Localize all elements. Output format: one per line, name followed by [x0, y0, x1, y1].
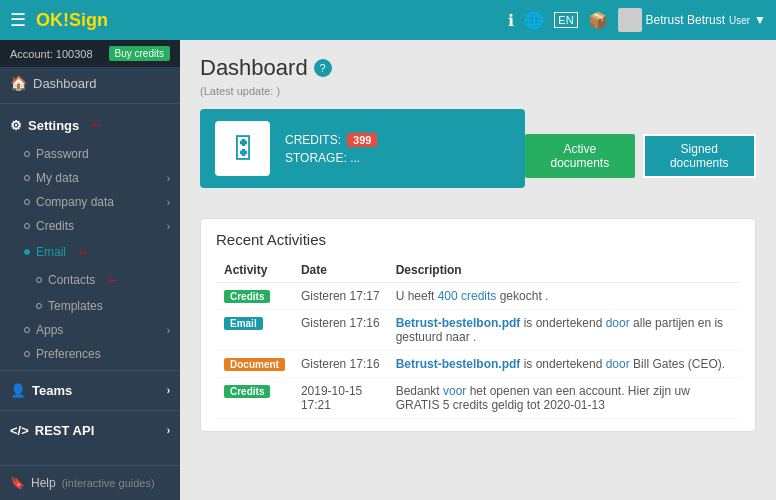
table-row: Credits Gisteren 17:17 U heeft 400 credi… — [216, 283, 740, 310]
sidebar-sub-companydata-label: Company data — [36, 195, 114, 209]
desc-link[interactable]: 400 credits — [438, 289, 497, 303]
dashboard-icon: 🏠 — [10, 75, 27, 91]
table-row: Document Gisteren 17:16 Betrust-bestelbo… — [216, 351, 740, 378]
sidebar-sub-preferences[interactable]: Preferences — [0, 342, 180, 366]
sidebar-sub-preferences-label: Preferences — [36, 347, 101, 361]
sidebar-sub-credits-label: Credits — [36, 219, 74, 233]
latest-update: (Latest update: ) — [200, 85, 756, 97]
activity-tag-cell: Document — [216, 351, 293, 378]
sidebar-sub-contacts[interactable]: Contacts ← — [0, 266, 180, 294]
col-date: Date — [293, 258, 388, 283]
desc-link[interactable]: Betrust-bestelbon.pdf — [396, 357, 521, 371]
chevron-down-icon: ▼ — [754, 13, 766, 27]
sidebar-sub-credits[interactable]: Credits › — [0, 214, 180, 238]
activities-table: Activity Date Description Credits Gister… — [216, 258, 740, 419]
logo-sign: !Sign — [63, 10, 108, 30]
dot-icon — [24, 199, 30, 205]
dot-icon — [24, 351, 30, 357]
storage-label: STORAGE: — [285, 151, 347, 165]
page-title: Dashboard ? — [200, 55, 756, 81]
sidebar-sub-mydata[interactable]: My data › — [0, 166, 180, 190]
activity-tag-cell: Credits — [216, 283, 293, 310]
sidebar-restapi-label: REST API — [35, 423, 94, 438]
tag-document: Document — [224, 358, 285, 371]
dashboard-buttons: Active documents Signed documents — [525, 134, 756, 178]
sidebar-help[interactable]: 🔖 Help (interactive guides) — [0, 465, 180, 500]
dot-icon — [24, 175, 30, 181]
chevron-right-icon: › — [167, 221, 170, 232]
activity-date: Gisteren 17:17 — [293, 283, 388, 310]
activity-date: Gisteren 17:16 — [293, 310, 388, 351]
dot-icon — [36, 303, 42, 309]
sidebar-item-dashboard-label: Dashboard — [33, 76, 97, 91]
dot-icon — [24, 327, 30, 333]
chevron-right-icon: › — [167, 385, 170, 396]
tag-credits: Credits — [224, 385, 270, 398]
active-documents-button[interactable]: Active documents — [525, 134, 634, 178]
credits-badge: 399 — [347, 133, 377, 147]
sidebar-section-teams[interactable]: 👤 Teams › — [0, 375, 180, 406]
desc-link[interactable]: door — [606, 316, 630, 330]
sidebar-sub-templates-label: Templates — [48, 299, 103, 313]
tag-credits: Credits — [224, 290, 270, 303]
sidebar-section-settings[interactable]: ⚙ Settings ← — [0, 108, 180, 142]
col-description: Description — [388, 258, 740, 283]
sidebar-sub-password[interactable]: Password — [0, 142, 180, 166]
sidebar-section-restapi[interactable]: </> REST API › — [0, 415, 180, 446]
credits-row: CREDITS: 399 — [285, 133, 377, 147]
chevron-right-icon: › — [167, 197, 170, 208]
sidebar-sub-companydata[interactable]: Company data › — [0, 190, 180, 214]
dashboard-top-row: 🎛 CREDITS: 399 STORAGE: ... Active docum… — [200, 109, 756, 203]
activity-date: 2019-10-1517:21 — [293, 378, 388, 419]
dot-icon — [24, 223, 30, 229]
activity-desc: Betrust-bestelbon.pdf is ondertekend doo… — [388, 351, 740, 378]
chevron-right-icon: › — [167, 425, 170, 436]
sidebar-divider-2 — [0, 370, 180, 371]
dot-icon — [36, 277, 42, 283]
info-icon[interactable]: ℹ — [508, 11, 514, 30]
sidebar-sub-apps[interactable]: Apps › — [0, 318, 180, 342]
desc-link[interactable]: Betrust-bestelbon.pdf — [396, 316, 521, 330]
package-icon[interactable]: 📦 — [588, 11, 608, 30]
activity-desc: Bedankt voor het openen van een account.… — [388, 378, 740, 419]
dashboard-card: 🎛 CREDITS: 399 STORAGE: ... — [200, 109, 525, 188]
activity-desc: Betrust-bestelbon.pdf is ondertekend doo… — [388, 310, 740, 351]
sidebar-sub-email-label: Email — [36, 245, 66, 259]
red-arrow-email: ← — [76, 243, 92, 261]
storage-row: STORAGE: ... — [285, 151, 377, 165]
code-icon: </> — [10, 423, 29, 438]
account-info: Account: 100308 Buy credits — [0, 40, 180, 67]
gauge-icon: 🎛 — [215, 121, 270, 176]
sidebar-item-dashboard[interactable]: 🏠 Dashboard — [0, 67, 180, 99]
red-arrow-contacts: ← — [105, 271, 121, 289]
sidebar-sub-email[interactable]: Email ← — [0, 238, 180, 266]
topbar: ☰ OK!Sign ℹ 🌐 EN 📦 Betrust Betrust User … — [0, 0, 776, 40]
sidebar-teams-label: Teams — [32, 383, 72, 398]
dot-icon — [24, 151, 30, 157]
user-menu[interactable]: Betrust Betrust User ▼ — [618, 8, 766, 32]
sidebar-settings-label: Settings — [28, 118, 79, 133]
activities-panel: Recent Activities Activity Date Descript… — [200, 218, 756, 432]
signed-documents-button[interactable]: Signed documents — [643, 134, 756, 178]
sidebar-sub-apps-label: Apps — [36, 323, 63, 337]
sidebar-divider-1 — [0, 103, 180, 104]
help-label: Help — [31, 476, 56, 490]
sidebar-sub-templates[interactable]: Templates — [0, 294, 180, 318]
help-icon: 🔖 — [10, 476, 25, 490]
dashboard-info: CREDITS: 399 STORAGE: ... — [285, 133, 377, 165]
chevron-right-icon: › — [167, 325, 170, 336]
red-arrow-settings: ← — [89, 116, 105, 134]
sidebar-sub-contacts-label: Contacts — [48, 273, 95, 287]
account-number: Account: 100308 — [10, 48, 93, 60]
col-activity: Activity — [216, 258, 293, 283]
hamburger-icon[interactable]: ☰ — [10, 9, 26, 31]
main-content: Dashboard ? (Latest update: ) 🎛 CREDITS:… — [180, 40, 776, 500]
desc-link[interactable]: door — [606, 357, 630, 371]
desc-link[interactable]: voor — [443, 384, 466, 398]
sidebar-sub-mydata-label: My data — [36, 171, 79, 185]
globe-icon[interactable]: 🌐 — [524, 11, 544, 30]
page-help-icon[interactable]: ? — [314, 59, 332, 77]
buy-credits-button[interactable]: Buy credits — [109, 46, 170, 61]
lang-selector[interactable]: EN — [554, 12, 577, 28]
activities-title: Recent Activities — [216, 231, 740, 248]
